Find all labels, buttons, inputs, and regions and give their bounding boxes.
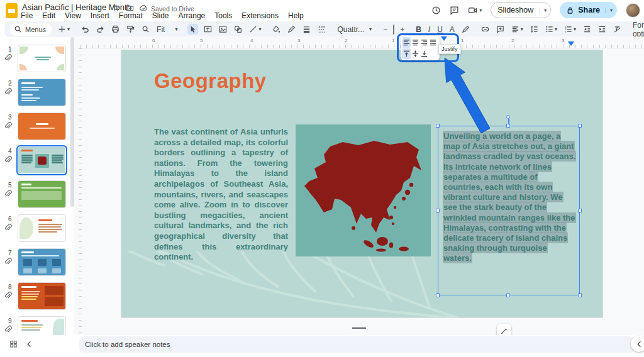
vertical-align-middle-button[interactable] (411, 48, 419, 59)
annotation-arrow (0, 0, 644, 357)
google-slides-window: Asian Pacific | Heritage Month Saved to … (0, 0, 644, 357)
align-right-button[interactable] (419, 37, 428, 48)
alignment-floating-toolbar (401, 36, 440, 60)
align-center-button[interactable] (411, 37, 419, 48)
vertical-align-top-button[interactable] (402, 48, 411, 59)
justify-button[interactable] (428, 37, 437, 48)
justify-tooltip: Justify (438, 44, 461, 54)
vertical-align-bottom-button[interactable] (419, 48, 428, 59)
align-left-button[interactable] (402, 37, 411, 48)
ruler-indent-marker[interactable] (441, 36, 447, 41)
